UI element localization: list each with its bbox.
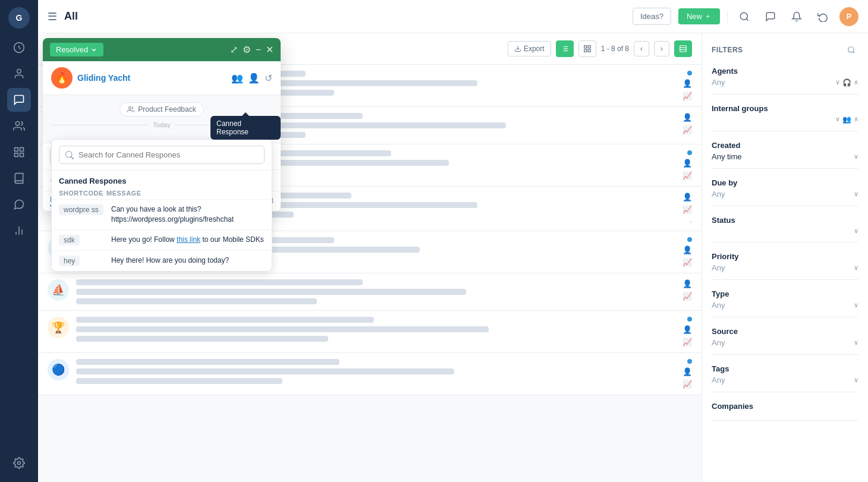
sidebar-item-reports[interactable] [7,140,31,164]
table-row[interactable]: ⛵ 👤 📈 [38,273,702,311]
grid-view-button[interactable] [578,40,596,57]
user-avatar[interactable]: P [839,7,858,26]
list-item[interactable]: sdk Here you go! Follow this link to our… [52,229,272,250]
chat-body: Product Feedback Today [43,95,281,143]
new-button[interactable]: New [678,8,720,24]
content-area: Sort by : Last modified ▾ Export 1 - 8 o… [38,33,868,482]
topbar: ☰ All Ideas? New P [38,0,868,33]
expand-icon: ∨ [835,78,840,87]
canned-message: Here you go! Follow this link to our Mob… [111,235,265,245]
export-button[interactable]: Export [508,41,551,56]
person-icon: 👤 [683,159,692,168]
compact-view-button[interactable] [674,40,692,57]
filters-title: FILTERS [712,46,743,54]
svg-line-12 [746,18,748,20]
sidebar-item-dashboard[interactable] [7,36,31,59]
activity-icon: 📈 [683,205,692,214]
list-view-button[interactable] [556,40,574,57]
filters-header: FILTERS [712,43,858,57]
filter-search-icon[interactable] [844,43,858,57]
chevron-down-icon: ∨ [854,190,858,198]
sidebar-item-settings[interactable] [7,451,31,475]
canned-search-input[interactable] [59,146,265,164]
sidebar-item-contacts[interactable] [7,62,31,86]
contact-name[interactable]: Gliding Yacht [77,73,130,83]
filters-panel: FILTERS Agents Any ∨ 🎧 ∧ Internal grou [702,33,868,482]
unread-dot [687,237,692,242]
sidebar-item-analytics[interactable] [7,219,31,242]
chevron-down-icon: ∨ [854,376,858,384]
assign-icon[interactable]: 👤 [248,73,260,84]
col-shortcode: SHORTCODE [59,190,106,197]
filter-due-by: Due by Any ∨ [712,178,858,206]
canned-responses-overlay: Canned Respones SHORTCODE MESSAGE wordpr… [51,139,272,272]
avatar: 🏆 [48,317,69,338]
add-participant-icon[interactable]: 👥 [231,73,243,84]
page-info: 1 - 8 of 8 [601,45,629,53]
contact-avatar: 🔥 [51,67,73,89]
canned-message: Hey there! How are you doing today? [111,256,265,266]
unread-dot [687,150,692,155]
settings-icon[interactable]: ⚙ [243,44,251,55]
filter-tags: Tags Any ∨ [712,364,858,392]
svg-point-27 [848,47,854,52]
canned-message: Can you have a look at this? https://wor… [111,204,265,225]
shortcode: hey [59,256,80,266]
this-link[interactable]: this link [177,235,200,244]
canned-title: Canned Respones [59,177,126,185]
menu-icon[interactable]: ☰ [48,10,57,23]
today-divider: Today [51,121,272,128]
svg-point-29 [129,107,131,109]
activity-icon: 📈 [683,380,692,389]
filter-priority: Priority Any ∨ [712,252,858,280]
filter-type: Type Any ∨ [712,289,858,317]
col-message: MESSAGE [106,190,265,197]
canned-items: wordpre ss Can you have a look at this? … [52,199,272,271]
bell-icon[interactable] [787,7,806,26]
chat-icon[interactable] [761,7,780,26]
chevron-icon: ∧ [854,115,858,124]
chevron-down-icon: ∨ [854,339,858,346]
svg-rect-23 [584,49,586,52]
shortcode: sdk [59,235,80,245]
expand-icon: ∨ [835,115,840,124]
table-row[interactable]: 🏆 👤 📈 [38,311,702,353]
resolved-badge[interactable]: Resolved [50,43,103,56]
app-logo[interactable]: G [8,7,30,29]
sidebar-item-conversations[interactable] [7,88,31,112]
toolbar-right: Export 1 - 8 of 8 ‹ › [508,40,692,57]
activity-icon: 📈 [683,292,692,301]
refresh-icon[interactable]: ↺ [265,73,272,84]
svg-rect-4 [20,148,24,152]
close-icon[interactable]: ✕ [266,44,273,55]
shortcode: wordpre ss [59,204,103,215]
person-icon: 👤 [683,367,692,376]
prev-page-button[interactable]: ‹ [634,41,649,56]
chat-header: Resolved ⤢ ⚙ − ✕ [43,38,281,61]
list-item[interactable]: wordpre ss Can you have a look at this? … [52,199,272,229]
sidebar-item-book[interactable] [7,166,31,190]
unread-dot [687,317,692,322]
conv-body [76,359,649,384]
svg-point-11 [740,12,747,20]
chat-subheader: 🔥 Gliding Yacht 👥 👤 ↺ [43,61,281,95]
chevron-icon: ∧ [854,78,858,87]
filter-companies: Companies [712,402,858,421]
minimize-icon[interactable]: − [256,45,261,55]
external-link-icon[interactable]: ⤢ [230,44,238,55]
sidebar-item-chat[interactable] [7,193,31,216]
svg-point-1 [17,70,21,74]
table-row[interactable]: 🔵 👤 📈 [38,353,702,395]
avatar: 🔵 [48,359,69,380]
person-icon: 👤 [683,325,692,334]
ideas-button[interactable]: Ideas? [633,8,671,25]
search-icon[interactable] [735,7,754,26]
svg-rect-20 [584,46,586,48]
chat-modal: Resolved ⤢ ⚙ − ✕ 🔥 Gliding Yacht 👥 👤 ↺ [43,38,281,211]
next-page-button[interactable]: › [654,41,669,56]
refresh-icon[interactable] [813,7,832,26]
sidebar-item-people[interactable] [7,114,31,138]
list-item[interactable]: hey Hey there! How are you doing today? [52,250,272,271]
person-icon: 👤 [683,79,692,88]
activity-icon: 📈 [683,125,692,134]
